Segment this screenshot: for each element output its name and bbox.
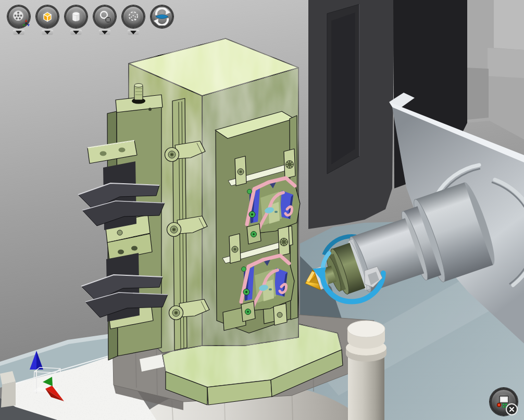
viewport-3d[interactable] — [0, 0, 524, 420]
scene-svg — [0, 0, 524, 420]
toolbar-item-dynamic-rotate — [121, 5, 146, 35]
toolbar-item-isometric-view — [35, 5, 60, 35]
view-orientation-button[interactable] — [7, 5, 30, 28]
toolbar-item-cylinder-view — [64, 5, 89, 35]
dropdown-arrow[interactable] — [70, 30, 82, 35]
left-riser-block — [0, 371, 16, 408]
dynamic-rotate-button[interactable] — [122, 5, 145, 28]
zoom-button[interactable] — [93, 5, 116, 28]
cylinder-icon — [68, 9, 84, 24]
close-x-icon — [506, 403, 518, 415]
magnifier-grid-icon — [97, 9, 113, 24]
close-control-panel-button[interactable] — [490, 388, 518, 416]
toolbar-item-refresh — [149, 5, 174, 35]
view-toolbar — [6, 5, 174, 35]
cube-icon — [40, 9, 55, 24]
isometric-view-button[interactable] — [36, 5, 59, 28]
support-post — [346, 321, 386, 420]
toolbar-item-zoom — [92, 5, 117, 35]
dropdown-arrow[interactable] — [13, 30, 24, 35]
dropdown-arrow[interactable] — [99, 30, 110, 35]
dashed-orbit-icon — [126, 9, 141, 24]
mini-axes-icon — [22, 19, 30, 27]
refresh-display-button[interactable] — [151, 5, 173, 28]
toolbar-item-view-orientation — [6, 5, 31, 35]
dropdown-arrow[interactable] — [42, 30, 53, 35]
cylinder-view-button[interactable] — [65, 5, 88, 28]
circular-arrows-eye-icon — [153, 8, 171, 26]
dropdown-arrow[interactable] — [128, 30, 139, 35]
